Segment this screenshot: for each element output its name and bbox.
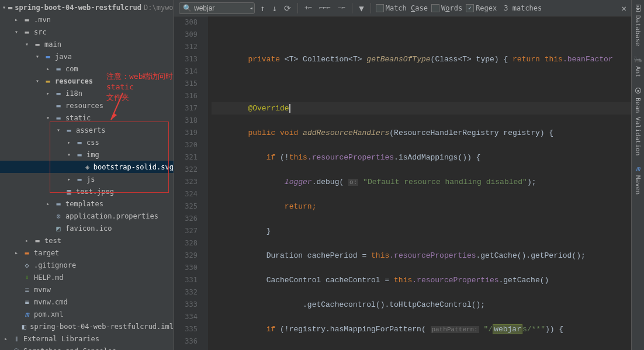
chevron-right-icon: ▸ xyxy=(44,200,51,207)
tree-bootstrap-svg[interactable]: ◈ bootstrap-solid.svg xyxy=(0,161,174,173)
right-tool-window-bar: 🗄Database 🐜Ant ⦿Bean Validation mMaven xyxy=(631,0,644,350)
database-tool-button[interactable]: 🗄Database xyxy=(633,0,643,51)
line-number: 324 xyxy=(174,188,208,200)
project-name-label: spring-boot-04-web-restfulcrud xyxy=(15,4,141,12)
folder-icon: ▬ xyxy=(54,101,63,110)
chevron-right-icon: ▸ xyxy=(65,139,72,145)
maven-tool-button[interactable]: mMaven xyxy=(633,160,643,199)
prev-occurrence-button[interactable]: ↑ xyxy=(258,2,266,14)
separator xyxy=(297,3,298,13)
line-number: 333 xyxy=(174,299,208,311)
tree-resources2[interactable]: ▬ resources xyxy=(0,99,174,112)
tree-i18n[interactable]: ▸ ▬ i18n xyxy=(0,87,174,99)
chevron-down-icon: ▾ xyxy=(2,4,6,11)
words-checkbox[interactable]: Words xyxy=(431,4,462,12)
chevron-right-icon: ▸ xyxy=(13,16,20,23)
tree-favicon[interactable]: ◩ favicon.ico xyxy=(0,222,174,234)
line-number: 317 xyxy=(174,102,208,115)
folder-icon: ▬ xyxy=(75,150,84,160)
folder-icon: ▬ xyxy=(75,138,84,147)
tree-gitignore[interactable]: ◇ .gitignore xyxy=(0,259,174,271)
gitignore-file-icon: ◇ xyxy=(22,261,32,270)
text-file-icon: ≡ xyxy=(22,285,32,294)
match-case-checkbox[interactable]: Match Case xyxy=(376,4,428,12)
search-input-wrapper[interactable]: 🔍 ◂ xyxy=(179,2,255,14)
bean-icon: ⦿ xyxy=(635,87,642,95)
resources-folder-icon: ▬ xyxy=(43,77,53,86)
image-file-icon: ▦ xyxy=(64,187,74,196)
tree-test[interactable]: ▸ ▬ test xyxy=(0,234,174,247)
remove-selection-button[interactable]: −⌐ xyxy=(336,3,347,13)
separator xyxy=(352,3,352,13)
line-number: 336 xyxy=(174,335,208,348)
tree-asserts[interactable]: ▾ ▬ asserts xyxy=(0,124,174,136)
md-file-icon: ⬇ xyxy=(22,273,32,282)
tree-main[interactable]: ▾ ▬ main xyxy=(0,38,174,50)
search-input[interactable] xyxy=(194,4,250,12)
tree-mvn[interactable]: ▸ ▬ .mvn xyxy=(0,13,174,26)
tree-mvnwcmd[interactable]: ≡ mvnw.cmd xyxy=(0,296,174,308)
tree-static[interactable]: ▾ ▬ static xyxy=(0,112,174,124)
line-number: 327 xyxy=(174,225,208,237)
tree-com[interactable]: ▸ ▬ com xyxy=(0,63,174,75)
line-number: 319 xyxy=(174,127,208,139)
properties-file-icon: ⚙ xyxy=(54,212,63,221)
add-selection-button[interactable]: +⌐ xyxy=(303,3,314,13)
chevron-down-icon: ▾ xyxy=(44,115,51,121)
text-caret xyxy=(289,104,290,113)
chevron-down-icon: ▾ xyxy=(23,41,30,47)
tree-appprops[interactable]: ⚙ application.properties xyxy=(0,210,174,222)
tree-mvnw[interactable]: ≡ mvnw xyxy=(0,283,174,296)
folder-icon: ▬ xyxy=(43,52,53,61)
tree-iml[interactable]: ◧ spring-boot-04-web-restfulcrud.iml xyxy=(0,320,174,332)
line-number: 334 xyxy=(174,311,208,323)
line-number: 315 xyxy=(174,78,208,90)
code-editor[interactable]: private <T> Collection<T> getBeansOfType… xyxy=(208,16,631,350)
regex-checkbox[interactable]: ✓ Regex xyxy=(466,4,497,12)
folder-icon: ▬ xyxy=(54,89,63,98)
tree-pomxml[interactable]: m pom.xml xyxy=(0,308,174,320)
package-icon: ▬ xyxy=(54,64,63,74)
tree-testjpeg[interactable]: ▦ test.jpeg xyxy=(0,185,174,197)
folder-icon: ▬ xyxy=(33,236,42,245)
close-search-button[interactable]: ✕ xyxy=(622,4,626,13)
editor-area: 🔍 ◂ ↑ ↓ ⟳ +⌐ ⌐⌐⌐ −⌐ ▼ Match Case Words ✓… xyxy=(174,0,631,350)
tree-src[interactable]: ▾ ▬ src xyxy=(0,26,174,38)
filter-button[interactable]: ▼ xyxy=(357,2,365,14)
tree-css[interactable]: ▸ ▬ css xyxy=(0,136,174,148)
chevron-right-icon: ▸ xyxy=(13,249,20,256)
tree-extlib[interactable]: ▸ ⫴ External Libraries xyxy=(0,332,174,345)
line-number: 312 xyxy=(174,41,208,53)
next-occurrence-button[interactable]: ↓ xyxy=(270,2,278,14)
select-all-button[interactable]: ⌐⌐⌐ xyxy=(317,3,333,13)
checkbox-icon xyxy=(431,4,439,12)
folder-icon: ▬ xyxy=(54,113,63,123)
line-number: 308 xyxy=(174,16,208,29)
folder-icon: ▬ xyxy=(22,15,32,25)
maven-file-icon: m xyxy=(22,310,32,319)
maven-icon: m xyxy=(636,165,640,173)
chevron-right-icon: ▸ xyxy=(65,176,72,182)
tree-resources[interactable]: ▾ ▬ resources xyxy=(0,75,174,87)
chevron-right-icon: ▸ xyxy=(23,237,30,244)
ico-file-icon: ◩ xyxy=(54,224,63,233)
bean-validation-tool-button[interactable]: ⦿Bean Validation xyxy=(633,82,643,160)
tree-js[interactable]: ▸ ▬ js xyxy=(0,173,174,185)
line-number: 330 xyxy=(174,262,208,274)
tree-project-root[interactable]: ▾ ▬ spring-boot-04-web-restfulcrud D:\my… xyxy=(0,1,174,13)
tree-java[interactable]: ▾ ▬ java xyxy=(0,50,174,63)
chevron-right-icon: ▸ xyxy=(2,348,9,350)
search-match: webjar xyxy=(493,324,522,334)
dropdown-icon[interactable]: ◂ xyxy=(250,5,253,11)
line-number: 323 xyxy=(174,176,208,188)
line-gutter: 3083093123133143153163173183193203213223… xyxy=(174,16,208,350)
tree-templates[interactable]: ▸ ▬ templates xyxy=(0,197,174,210)
tree-target[interactable]: ▸ ▬ target xyxy=(0,247,174,259)
tree-img[interactable]: ▾ ▬ img xyxy=(0,148,174,161)
tree-helpmd[interactable]: ⬇ HELP.md xyxy=(0,271,174,283)
ant-tool-button[interactable]: 🐜Ant xyxy=(632,51,643,82)
tree-scratches[interactable]: ▸ ⦾ Scratches and Consoles xyxy=(0,345,174,350)
line-number: 326 xyxy=(174,213,208,225)
find-all-button[interactable]: ⟳ xyxy=(282,2,293,14)
chevron-right-icon: ▸ xyxy=(44,90,51,96)
